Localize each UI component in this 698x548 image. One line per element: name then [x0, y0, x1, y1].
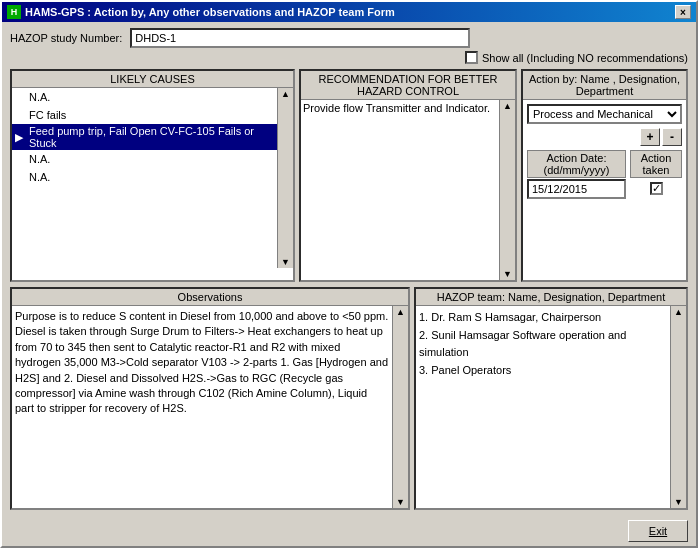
hazop-team-panel: HAZOP team: Name, Designation, Departmen… — [414, 287, 688, 510]
causes-scrollbar[interactable]: ▲ ▼ — [277, 88, 293, 268]
cause-text: Feed pump trip, Fail Open CV-FC-105 Fail… — [26, 124, 277, 150]
rec-scrollbar[interactable]: ▲ ▼ — [499, 100, 515, 280]
observations-panel: Observations Purpose is to reduce S cont… — [10, 287, 410, 510]
likely-causes-content: N.A. FC fails ▶ Feed pump trip, Fail Ope… — [12, 88, 293, 268]
window-content: HAZOP study Number: Show all (Including … — [2, 22, 696, 516]
window-title: HAMS-GPS : Action by, Any other observat… — [25, 6, 395, 18]
hazop-team-scrollbar[interactable]: ▲ ▼ — [670, 306, 686, 508]
obs-scrollbar[interactable]: ▲ ▼ — [392, 306, 408, 508]
hazop-team-member: 1. Dr. Ram S Hamsagar, Chairperson — [419, 309, 667, 327]
add-action-button[interactable]: + — [640, 128, 660, 146]
bottom-panels: Observations Purpose is to reduce S cont… — [10, 287, 688, 510]
likely-causes-header: LIKELY CAUSES — [12, 71, 293, 88]
causes-table: N.A. FC fails ▶ Feed pump trip, Fail Ope… — [12, 88, 277, 186]
recommendation-textarea[interactable] — [301, 100, 499, 276]
row-arrow — [12, 150, 26, 168]
action-date-input[interactable] — [527, 179, 626, 199]
show-all-row: Show all (Including NO recommendations) — [10, 51, 688, 64]
observations-header: Observations — [12, 289, 408, 306]
recommendation-panel: RECOMMENDATION FOR BETTER HAZARD CONTROL… — [299, 69, 517, 282]
hazop-study-input[interactable] — [130, 28, 470, 48]
action-by-panel: Action by: Name , Designation, Departmen… — [521, 69, 688, 282]
table-row[interactable]: FC fails — [12, 106, 277, 124]
cause-text: FC fails — [26, 106, 277, 124]
table-row[interactable]: ▶ Feed pump trip, Fail Open CV-FC-105 Fa… — [12, 124, 277, 150]
action-taken-checkbox[interactable]: ✓ — [650, 182, 663, 195]
exit-button[interactable]: Exit — [628, 520, 688, 542]
footer: Exit — [2, 516, 696, 546]
hazop-study-label: HAZOP study Number: — [10, 32, 122, 44]
title-bar: H HAMS-GPS : Action by, Any other observ… — [2, 2, 696, 22]
close-button[interactable]: × — [675, 5, 691, 19]
hazop-team-member: 3. Panel Operators — [419, 362, 667, 380]
action-by-header: Action by: Name , Designation, Departmen… — [523, 71, 686, 100]
row-arrow — [12, 106, 26, 124]
remove-action-button[interactable]: - — [662, 128, 682, 146]
exit-label: Exit — [649, 525, 667, 537]
hazop-team-content: 1. Dr. Ram S Hamsagar, Chairperson2. Sun… — [416, 306, 670, 508]
observations-text: Purpose is to reduce S content in Diesel… — [15, 310, 388, 414]
hazop-study-row: HAZOP study Number: — [10, 28, 688, 48]
table-row[interactable]: N.A. — [12, 88, 277, 106]
action-date-label: Action Date: (dd/mm/yyyy) — [527, 150, 626, 178]
show-all-checkbox[interactable] — [465, 51, 478, 64]
row-arrow: ▶ — [12, 124, 26, 150]
cause-text: N.A. — [26, 88, 277, 106]
hazop-team-member: 2. Sunil Hamsagar Software operation and… — [419, 327, 667, 362]
app-icon: H — [7, 5, 21, 19]
table-row[interactable]: N.A. — [12, 150, 277, 168]
observations-content: Purpose is to reduce S content in Diesel… — [12, 306, 392, 508]
hazop-team-header: HAZOP team: Name, Designation, Departmen… — [416, 289, 686, 306]
show-all-label: Show all (Including NO recommendations) — [482, 52, 688, 64]
main-panels: LIKELY CAUSES N.A. FC fails ▶ Feed pump … — [10, 69, 688, 282]
row-arrow — [12, 88, 26, 106]
cause-text: N.A. — [26, 150, 277, 168]
cause-text: N.A. — [26, 168, 277, 186]
action-taken-label: Action taken — [630, 150, 682, 178]
likely-causes-panel: LIKELY CAUSES N.A. FC fails ▶ Feed pump … — [10, 69, 295, 282]
table-row[interactable]: N.A. — [12, 168, 277, 186]
main-window: H HAMS-GPS : Action by, Any other observ… — [0, 0, 698, 548]
row-arrow — [12, 168, 26, 186]
recommendation-header: RECOMMENDATION FOR BETTER HAZARD CONTROL — [301, 71, 515, 100]
action-by-select[interactable]: Process and MechanicalInstrumentationEle… — [527, 104, 682, 124]
